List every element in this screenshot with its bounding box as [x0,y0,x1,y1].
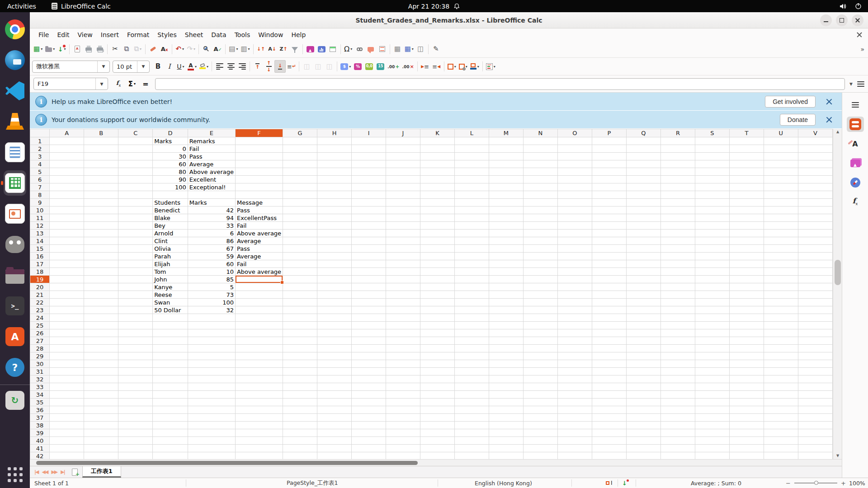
cell-K42[interactable] [420,452,454,460]
cell-F42[interactable] [235,452,283,460]
horizontal-scroll-thumb[interactable] [36,461,418,465]
cell-U12[interactable] [764,222,798,230]
cell-L12[interactable] [454,222,489,230]
cell-S35[interactable] [695,399,729,406]
cell-O36[interactable] [557,406,592,414]
cell-F32[interactable] [235,375,283,383]
cell-H2[interactable] [317,145,352,153]
cell-M20[interactable] [489,283,523,291]
cell-T7[interactable] [729,183,764,191]
cell-L27[interactable] [454,337,489,345]
cell-Q38[interactable] [626,422,660,429]
cell-I28[interactable] [352,345,386,352]
cell-I24[interactable] [352,314,386,322]
cell-I15[interactable] [352,245,386,253]
cell-A13[interactable] [50,230,84,237]
cell-J4[interactable] [386,160,420,168]
cell-L5[interactable] [454,168,489,176]
cell-L6[interactable] [454,176,489,183]
cell-C29[interactable] [118,352,153,360]
cell-N34[interactable] [523,391,557,399]
cell-O28[interactable] [557,345,592,352]
cell-V39[interactable] [798,429,832,437]
cell-D23[interactable]: 50 Dollar [153,306,188,314]
cell-J27[interactable] [386,337,420,345]
cell-H30[interactable] [317,360,352,368]
cell-K2[interactable] [420,145,454,153]
cell-M19[interactable] [489,276,523,283]
row-header-38[interactable]: 38 [30,422,50,429]
cell-U25[interactable] [764,322,798,329]
dock-item-thunderbird[interactable] [0,45,30,75]
cell-R21[interactable] [660,291,695,299]
cell-R28[interactable] [660,345,695,352]
zoom-track[interactable] [794,483,837,483]
new-document-button[interactable]: ▦▾ [32,43,44,56]
cell-V2[interactable] [798,145,832,153]
row-header-7[interactable]: 7 [30,183,50,191]
row-header-11[interactable]: 11 [30,214,50,222]
cell-E38[interactable] [188,422,235,429]
cell-P29[interactable] [592,352,626,360]
cell-R22[interactable] [660,299,695,306]
dropdown-arrow-icon[interactable]: ▾ [412,47,414,51]
cell-C14[interactable] [118,237,153,245]
row-header-28[interactable]: 28 [30,345,50,352]
cell-B32[interactable] [84,375,118,383]
cell-N36[interactable] [523,406,557,414]
cell-E37[interactable] [188,414,235,422]
cell-F12[interactable]: Fail [235,222,283,230]
sort-button[interactable]: ↓↑ [255,43,267,56]
cell-B36[interactable] [84,406,118,414]
cell-O42[interactable] [557,452,592,460]
menu-insert[interactable]: Insert [97,30,123,40]
selection-mode-status[interactable]: I [606,478,613,488]
cell-G19[interactable] [283,276,317,283]
cell-Q19[interactable] [626,276,660,283]
cell-U11[interactable] [764,214,798,222]
cell-E39[interactable] [188,429,235,437]
cell-T38[interactable] [729,422,764,429]
autosum-button[interactable]: Σ▾ [126,78,138,90]
cell-E17[interactable]: 60 [188,260,235,268]
cell-G34[interactable] [283,391,317,399]
cell-G2[interactable] [283,145,317,153]
cell-A4[interactable] [50,160,84,168]
cell-P31[interactable] [592,368,626,375]
cell-Q20[interactable] [626,283,660,291]
cell-E24[interactable] [188,314,235,322]
cell-Q36[interactable] [626,406,660,414]
cell-N8[interactable] [523,191,557,199]
cell-B38[interactable] [84,422,118,429]
row-header-3[interactable]: 3 [30,153,50,160]
cell-B11[interactable] [84,214,118,222]
dropdown-arrow-icon[interactable]: ▾ [64,47,66,51]
increase-indent-button[interactable]: ▶≡ [420,60,431,73]
zoom-level-status[interactable]: 100% [849,478,865,488]
cell-O25[interactable] [557,322,592,329]
cell-T35[interactable] [729,399,764,406]
cell-P40[interactable] [592,437,626,445]
cell-J10[interactable] [386,206,420,214]
cell-Q32[interactable] [626,375,660,383]
save-button[interactable]: ↓▾ [56,43,67,56]
spelling-button[interactable]: A✓ [212,43,223,56]
cell-E22[interactable]: 100 [188,299,235,306]
cell-O18[interactable] [557,268,592,276]
cell-O12[interactable] [557,222,592,230]
cell-L18[interactable] [454,268,489,276]
cell-F34[interactable] [235,391,283,399]
cell-B17[interactable] [84,260,118,268]
cell-V6[interactable] [798,176,832,183]
cell-D19[interactable]: John [153,276,188,283]
cell-B35[interactable] [84,399,118,406]
cell-K7[interactable] [420,183,454,191]
cell-S38[interactable] [695,422,729,429]
column-header-H[interactable]: H [317,129,352,137]
column-header-F[interactable]: F [235,129,283,137]
cell-M7[interactable] [489,183,523,191]
cell-R34[interactable] [660,391,695,399]
cell-D35[interactable] [153,399,188,406]
cell-U6[interactable] [764,176,798,183]
cell-C42[interactable] [118,452,153,460]
